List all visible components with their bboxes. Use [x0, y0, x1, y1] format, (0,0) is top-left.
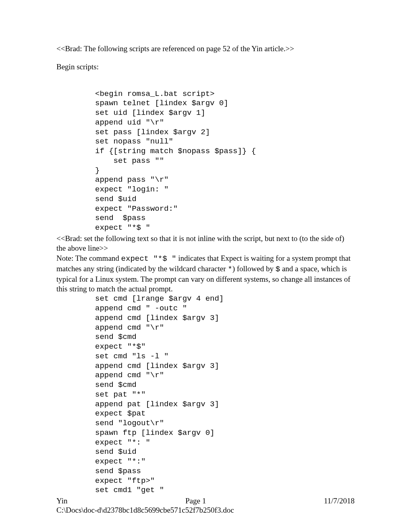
- begin-scripts-label: Begin scripts:: [56, 62, 355, 72]
- script-code-block-2: set cmd [lrange $argv 4 end] append cmd …: [95, 294, 355, 495]
- editorial-note-top: <<Brad: The following scripts are refere…: [56, 44, 355, 54]
- editorial-note-inline: <<Brad: set the following text so that i…: [56, 234, 355, 253]
- footer-page-number: Page 1: [185, 497, 206, 506]
- page-footer: Yin Page 1 11/7/2018 C:\Docs\doc-d\d2378…: [56, 497, 355, 515]
- footer-author: Yin: [56, 497, 67, 506]
- code-inline-expect: expect "*$ ": [121, 254, 176, 263]
- note-text: Note: The command: [56, 254, 121, 262]
- code-inline-star: *: [228, 265, 232, 274]
- script-code-block-1: <begin romsa_L.bat script> spawn telnet …: [95, 89, 355, 233]
- explanatory-note: Note: The command expect "*$ " indicates…: [56, 254, 355, 293]
- footer-file-path: C:\Docs\doc-d\d2378bc1d8c5699cbe571c52f7…: [56, 506, 355, 515]
- footer-date: 11/7/2018: [324, 497, 355, 506]
- note-text: ) followed by: [232, 264, 276, 273]
- code-inline-dollar: $: [276, 265, 280, 274]
